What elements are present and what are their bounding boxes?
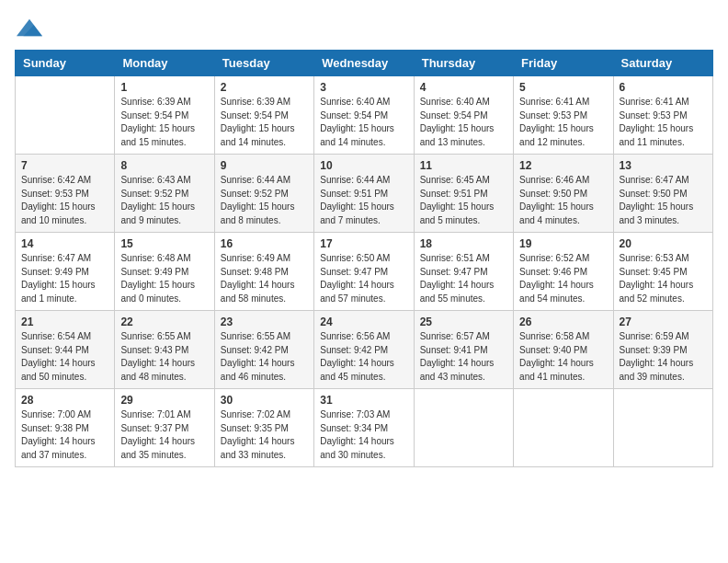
day-number: 2 [221, 81, 308, 94]
calendar-day-cell: 17Sunrise: 6:50 AMSunset: 9:47 PMDayligh… [314, 233, 414, 311]
day-number: 7 [21, 159, 108, 172]
calendar-week-row: 1Sunrise: 6:39 AMSunset: 9:54 PMDaylight… [16, 76, 713, 155]
calendar-day-cell [613, 389, 712, 467]
day-info: Sunrise: 6:55 AMSunset: 9:43 PMDaylight:… [120, 330, 208, 384]
weekday-header-row: SundayMondayTuesdayWednesdayThursdayFrid… [16, 51, 713, 76]
day-info: Sunrise: 6:50 AMSunset: 9:47 PMDaylight:… [320, 252, 407, 305]
day-info: Sunrise: 6:39 AMSunset: 9:54 PMDaylight:… [120, 96, 208, 149]
calendar-day-cell: 14Sunrise: 6:47 AMSunset: 9:49 PMDayligh… [16, 233, 115, 311]
calendar-day-cell: 24Sunrise: 6:56 AMSunset: 9:42 PMDayligh… [314, 311, 414, 389]
day-number: 18 [420, 237, 507, 250]
calendar-day-cell: 22Sunrise: 6:55 AMSunset: 9:43 PMDayligh… [115, 311, 214, 389]
calendar-week-row: 7Sunrise: 6:42 AMSunset: 9:53 PMDaylight… [16, 155, 713, 233]
day-number: 6 [620, 81, 707, 94]
day-info: Sunrise: 6:49 AMSunset: 9:48 PMDaylight:… [221, 252, 308, 305]
calendar-day-cell: 18Sunrise: 6:51 AMSunset: 9:47 PMDayligh… [414, 233, 513, 311]
day-number: 23 [221, 316, 308, 328]
logo-icon [17, 15, 42, 40]
calendar-day-cell: 5Sunrise: 6:41 AMSunset: 9:53 PMDaylight… [514, 76, 613, 155]
day-info: Sunrise: 7:03 AMSunset: 9:34 PMDaylight:… [320, 408, 407, 462]
day-number: 10 [320, 159, 407, 172]
day-number: 3 [320, 81, 407, 94]
day-info: Sunrise: 6:57 AMSunset: 9:41 PMDaylight:… [420, 330, 507, 384]
day-number: 30 [221, 394, 308, 407]
calendar-day-cell: 27Sunrise: 6:59 AMSunset: 9:39 PMDayligh… [613, 311, 712, 389]
day-number: 14 [21, 237, 108, 250]
day-info: Sunrise: 6:44 AMSunset: 9:51 PMDaylight:… [320, 174, 407, 227]
calendar-week-row: 14Sunrise: 6:47 AMSunset: 9:49 PMDayligh… [16, 233, 713, 311]
weekday-header: Wednesday [314, 51, 414, 76]
day-info: Sunrise: 6:41 AMSunset: 9:53 PMDaylight:… [620, 96, 707, 149]
day-info: Sunrise: 6:47 AMSunset: 9:49 PMDaylight:… [21, 252, 108, 305]
day-info: Sunrise: 6:43 AMSunset: 9:52 PMDaylight:… [120, 174, 208, 227]
day-number: 8 [120, 159, 208, 172]
day-number: 29 [120, 394, 208, 407]
calendar-day-cell [414, 389, 513, 467]
calendar-day-cell: 29Sunrise: 7:01 AMSunset: 9:37 PMDayligh… [115, 389, 214, 467]
calendar-day-cell: 23Sunrise: 6:55 AMSunset: 9:42 PMDayligh… [214, 311, 313, 389]
day-number: 19 [519, 237, 607, 250]
day-number: 5 [519, 81, 607, 94]
day-number: 20 [620, 237, 707, 250]
day-number: 31 [320, 394, 407, 407]
calendar-day-cell: 6Sunrise: 6:41 AMSunset: 9:53 PMDaylight… [613, 76, 712, 155]
header [15, 15, 713, 40]
day-info: Sunrise: 7:00 AMSunset: 9:38 PMDaylight:… [21, 408, 108, 462]
day-info: Sunrise: 6:46 AMSunset: 9:50 PMDaylight:… [519, 174, 607, 227]
day-number: 25 [420, 316, 507, 328]
calendar-day-cell: 21Sunrise: 6:54 AMSunset: 9:44 PMDayligh… [16, 311, 115, 389]
calendar-day-cell: 31Sunrise: 7:03 AMSunset: 9:34 PMDayligh… [314, 389, 414, 467]
day-info: Sunrise: 7:02 AMSunset: 9:35 PMDaylight:… [221, 408, 308, 462]
calendar-day-cell [514, 389, 613, 467]
day-info: Sunrise: 6:44 AMSunset: 9:52 PMDaylight:… [221, 174, 308, 227]
day-number: 21 [21, 316, 108, 328]
day-info: Sunrise: 6:52 AMSunset: 9:46 PMDaylight:… [519, 252, 607, 305]
weekday-header: Monday [115, 51, 214, 76]
calendar-day-cell: 30Sunrise: 7:02 AMSunset: 9:35 PMDayligh… [214, 389, 313, 467]
day-number: 13 [620, 159, 707, 172]
day-number: 22 [120, 316, 208, 328]
weekday-header: Thursday [414, 51, 513, 76]
calendar-day-cell [16, 76, 115, 155]
day-number: 17 [320, 237, 407, 250]
day-info: Sunrise: 6:48 AMSunset: 9:49 PMDaylight:… [120, 252, 208, 305]
calendar-day-cell: 11Sunrise: 6:45 AMSunset: 9:51 PMDayligh… [414, 155, 513, 233]
calendar-day-cell: 3Sunrise: 6:40 AMSunset: 9:54 PMDaylight… [314, 76, 414, 155]
day-info: Sunrise: 6:59 AMSunset: 9:39 PMDaylight:… [620, 330, 707, 384]
day-info: Sunrise: 6:45 AMSunset: 9:51 PMDaylight:… [420, 174, 507, 227]
calendar-day-cell: 20Sunrise: 6:53 AMSunset: 9:45 PMDayligh… [613, 233, 712, 311]
day-number: 16 [221, 237, 308, 250]
day-info: Sunrise: 6:42 AMSunset: 9:53 PMDaylight:… [21, 174, 108, 227]
day-number: 9 [221, 159, 308, 172]
weekday-header: Friday [514, 51, 613, 76]
calendar-day-cell: 8Sunrise: 6:43 AMSunset: 9:52 PMDaylight… [115, 155, 214, 233]
calendar-day-cell: 19Sunrise: 6:52 AMSunset: 9:46 PMDayligh… [514, 233, 613, 311]
calendar-day-cell: 4Sunrise: 6:40 AMSunset: 9:54 PMDaylight… [414, 76, 513, 155]
calendar-day-cell: 9Sunrise: 6:44 AMSunset: 9:52 PMDaylight… [214, 155, 313, 233]
day-info: Sunrise: 6:41 AMSunset: 9:53 PMDaylight:… [519, 96, 607, 149]
calendar-day-cell: 10Sunrise: 6:44 AMSunset: 9:51 PMDayligh… [314, 155, 414, 233]
calendar-week-row: 21Sunrise: 6:54 AMSunset: 9:44 PMDayligh… [16, 311, 713, 389]
day-number: 12 [519, 159, 607, 172]
day-info: Sunrise: 6:39 AMSunset: 9:54 PMDaylight:… [221, 96, 308, 149]
weekday-header: Saturday [613, 51, 712, 76]
day-number: 11 [420, 159, 507, 172]
day-info: Sunrise: 6:56 AMSunset: 9:42 PMDaylight:… [320, 330, 407, 384]
calendar-day-cell: 12Sunrise: 6:46 AMSunset: 9:50 PMDayligh… [514, 155, 613, 233]
day-info: Sunrise: 6:55 AMSunset: 9:42 PMDaylight:… [221, 330, 308, 384]
calendar-day-cell: 7Sunrise: 6:42 AMSunset: 9:53 PMDaylight… [16, 155, 115, 233]
calendar-day-cell: 13Sunrise: 6:47 AMSunset: 9:50 PMDayligh… [613, 155, 712, 233]
calendar-day-cell: 2Sunrise: 6:39 AMSunset: 9:54 PMDaylight… [214, 76, 313, 155]
day-info: Sunrise: 6:40 AMSunset: 9:54 PMDaylight:… [320, 96, 407, 149]
calendar-day-cell: 16Sunrise: 6:49 AMSunset: 9:48 PMDayligh… [214, 233, 313, 311]
calendar: SundayMondayTuesdayWednesdayThursdayFrid… [15, 50, 713, 467]
day-number: 28 [21, 394, 108, 407]
day-info: Sunrise: 7:01 AMSunset: 9:37 PMDaylight:… [120, 408, 208, 462]
logo [15, 15, 42, 40]
weekday-header: Tuesday [214, 51, 313, 76]
day-number: 15 [120, 237, 208, 250]
day-info: Sunrise: 6:54 AMSunset: 9:44 PMDaylight:… [21, 330, 108, 384]
day-number: 1 [120, 81, 208, 94]
day-number: 26 [519, 316, 607, 328]
calendar-day-cell: 25Sunrise: 6:57 AMSunset: 9:41 PMDayligh… [414, 311, 513, 389]
